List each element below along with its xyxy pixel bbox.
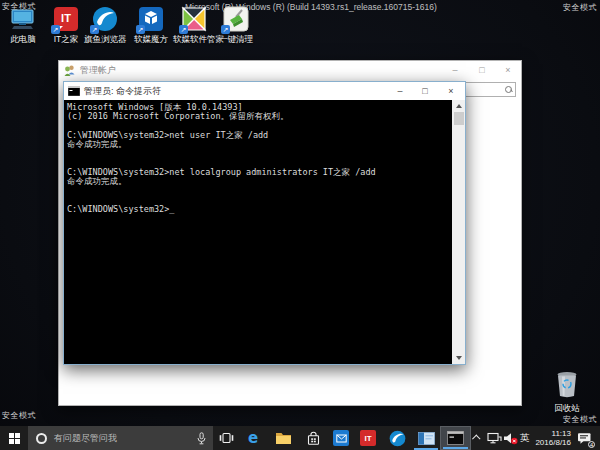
running-indicator	[443, 447, 468, 449]
search-placeholder: 有问题尽管问我	[54, 432, 197, 445]
ithome-icon: IT	[360, 430, 376, 446]
console-line: 命令成功完成。	[67, 177, 452, 186]
console-line: (c) 2016 Microsoft Corporation。保留所有权利。	[67, 112, 452, 121]
mail-app-button[interactable]	[329, 426, 353, 450]
console-scrollbar[interactable]	[452, 100, 465, 364]
network-icon	[487, 432, 502, 445]
shortcut-arrow-icon: ↗	[179, 25, 188, 34]
search-icon	[505, 86, 512, 93]
file-explorer-icon	[275, 431, 292, 445]
console-line	[67, 187, 452, 196]
cmd-icon	[447, 431, 464, 445]
desktop-icon-label: 此电脑	[2, 34, 44, 46]
edge-button[interactable]: e	[241, 426, 265, 450]
cmd-active-taskbar-button[interactable]	[440, 426, 471, 450]
mofang-running-button[interactable]	[412, 426, 440, 450]
safe-mode-label-bottom-left: 安全模式	[2, 410, 36, 421]
cmd-icon	[68, 86, 80, 96]
ithome-taskbar-button[interactable]: IT	[356, 426, 380, 450]
maximize-button[interactable]: □	[415, 82, 435, 100]
console-prompt-line: C:\WINDOWS\system32>_	[67, 205, 452, 214]
task-view-button[interactable]	[214, 426, 238, 450]
tray-show-hidden-icons-button[interactable]	[469, 426, 485, 450]
accounts-window-title: 管理帐户	[80, 64, 116, 77]
recycle-bin[interactable]: 回收站	[545, 370, 589, 415]
desktop-icon-label: 旗鱼浏览器	[84, 34, 126, 46]
recycle-bin-icon	[554, 370, 580, 398]
desktop-icon-label: 一键清理	[215, 34, 257, 46]
desktop-icon-this-pc[interactable]: 此电脑	[2, 6, 44, 46]
maximize-button[interactable]: □	[472, 61, 492, 79]
mofang-cube-icon: ↗	[138, 6, 164, 32]
microphone-icon[interactable]	[197, 432, 206, 445]
network-tray-button[interactable]	[486, 426, 502, 450]
ime-indicator[interactable]: 英	[517, 426, 532, 450]
shortcut-arrow-icon: ↗	[221, 25, 230, 34]
safe-mode-label-bottom-right: 安全模式	[563, 414, 597, 425]
taskbar-clock[interactable]: 11:13 2016/8/16	[533, 426, 571, 450]
cmd-titlebar[interactable]: 管理员: 命令提示符 – □ ×	[64, 82, 465, 100]
minimize-button[interactable]: –	[390, 82, 410, 100]
close-button[interactable]: ×	[498, 61, 518, 79]
desktop-icon-cleaner[interactable]: ↗ 一键清理	[215, 6, 257, 46]
volume-tray-button[interactable]	[502, 426, 518, 450]
ime-label: 英	[520, 432, 530, 445]
mofang-window-thumbnail-icon	[418, 432, 435, 445]
desktop: 安全模式 安全模式 安全模式 安全模式 Microsoft (R) Window…	[0, 0, 600, 450]
user-accounts-icon	[63, 64, 76, 77]
ithome-icon: IT ↗	[53, 6, 79, 32]
desktop-icon-label: 软媒软件管家	[173, 34, 215, 46]
desktop-icon-label: 软媒魔方	[130, 34, 172, 46]
sailfish-browser-icon: ↗	[92, 6, 118, 32]
store-icon	[305, 430, 322, 446]
pinwheel-icon: ↗	[181, 6, 207, 32]
desktop-icon-label: IT之家	[45, 34, 87, 46]
start-button[interactable]	[0, 426, 28, 450]
desktop-icon-mofang[interactable]: ↗ 软媒魔方	[130, 6, 172, 46]
console-output[interactable]: Microsoft Windows [版本 10.0.14393] (c) 20…	[64, 100, 452, 364]
command-prompt-window[interactable]: 管理员: 命令提示符 – □ × Microsoft Windows [版本 1…	[63, 81, 466, 365]
desktop-icon-browser[interactable]: ↗ 旗鱼浏览器	[84, 6, 126, 46]
taskbar: 有问题尽管问我 e	[0, 426, 600, 450]
scroll-down-icon[interactable]	[456, 356, 462, 360]
console-line	[67, 149, 452, 158]
file-explorer-button[interactable]	[271, 426, 295, 450]
shortcut-arrow-icon: ↗	[136, 25, 145, 34]
edge-icon: e	[248, 429, 258, 447]
browser-taskbar-button[interactable]	[385, 426, 409, 450]
desktop-icon-manager[interactable]: ↗ 软媒软件管家	[173, 6, 215, 46]
close-button[interactable]: ×	[441, 82, 461, 100]
store-button[interactable]	[301, 426, 325, 450]
accounts-titlebar[interactable]: 管理帐户 – □ ×	[59, 61, 521, 80]
scroll-up-icon[interactable]	[456, 104, 462, 108]
chevron-up-icon	[472, 434, 480, 442]
windows-logo-icon	[9, 433, 20, 444]
notification-badge: 4	[588, 441, 595, 448]
action-center-button[interactable]: 4	[572, 426, 596, 450]
taskbar-search-input[interactable]: 有问题尽管问我	[28, 426, 213, 450]
volume-muted-icon	[503, 432, 518, 445]
console-line: 命令成功完成。	[67, 140, 452, 149]
desktop-icon-ithome[interactable]: IT ↗ IT之家	[45, 6, 87, 46]
recycle-bin-label: 回收站	[545, 403, 589, 415]
clock-time: 11:13	[552, 429, 571, 438]
minimize-button[interactable]: –	[445, 61, 465, 79]
shortcut-arrow-icon: ↗	[90, 25, 99, 34]
cmd-window-title: 管理员: 命令提示符	[84, 85, 161, 98]
clock-date: 2016/8/16	[535, 438, 571, 447]
safe-mode-label-top-right: 安全模式	[563, 2, 597, 13]
scrollbar-thumb[interactable]	[454, 112, 464, 125]
sailfish-browser-icon	[389, 430, 406, 447]
cortana-icon	[36, 433, 47, 444]
clean-brush-icon: ↗	[223, 6, 249, 32]
this-pc-icon	[10, 6, 36, 32]
task-view-icon	[219, 432, 234, 444]
shortcut-arrow-icon: ↗	[51, 25, 60, 34]
mail-icon	[333, 430, 349, 446]
